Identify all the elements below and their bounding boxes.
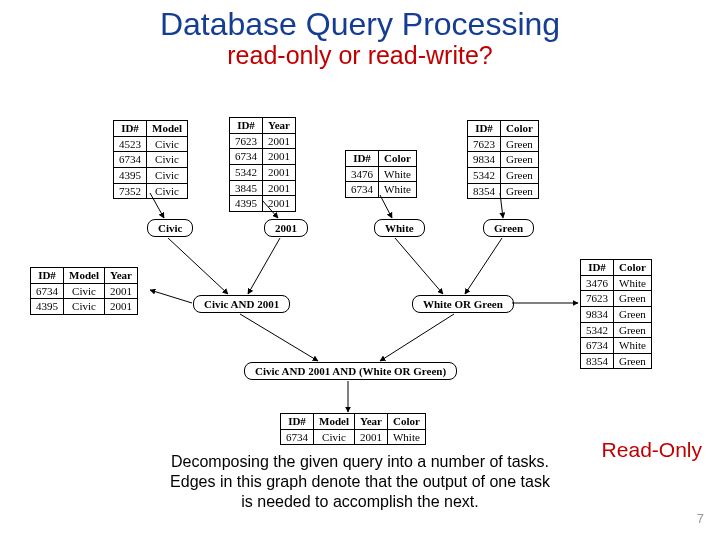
node-all: Civic AND 2001 AND (White OR Green) [244, 362, 457, 380]
svg-line-4 [168, 238, 228, 294]
table-model: ID#Model 4523Civic 6734Civic 4395Civic 7… [113, 120, 188, 199]
node-civic: Civic [147, 219, 193, 237]
svg-line-2 [380, 195, 392, 218]
node-green: Green [483, 219, 534, 237]
svg-line-9 [380, 314, 454, 361]
svg-line-6 [395, 238, 443, 294]
svg-line-8 [240, 314, 318, 361]
table-year: ID#Year 76232001 67342001 53422001 38452… [229, 117, 296, 212]
table-join-right: ID#Color 3476White 7623Green 9834Green 5… [580, 259, 652, 369]
svg-line-5 [248, 238, 280, 294]
node-white-or-green: White OR Green [412, 295, 514, 313]
page-title: Database Query Processing [0, 6, 720, 43]
table-join-left: ID#ModelYear 6734Civic2001 4395Civic2001 [30, 267, 138, 315]
page-number: 7 [697, 511, 704, 526]
node-white: White [374, 219, 425, 237]
node-civic-and-2001: Civic AND 2001 [193, 295, 290, 313]
svg-line-11 [150, 290, 192, 303]
node-2001: 2001 [264, 219, 308, 237]
table-color-right: ID#Color 7623Green 9834Green 5342Green 8… [467, 120, 539, 199]
table-color-left: ID#Color 3476White 6734White [345, 150, 417, 198]
svg-line-7 [465, 238, 502, 294]
caption: Decomposing the given query into a numbe… [0, 452, 720, 512]
page-subtitle: read-only or read-write? [0, 41, 720, 70]
table-final: ID#ModelYearColor 6734Civic2001White [280, 413, 426, 445]
